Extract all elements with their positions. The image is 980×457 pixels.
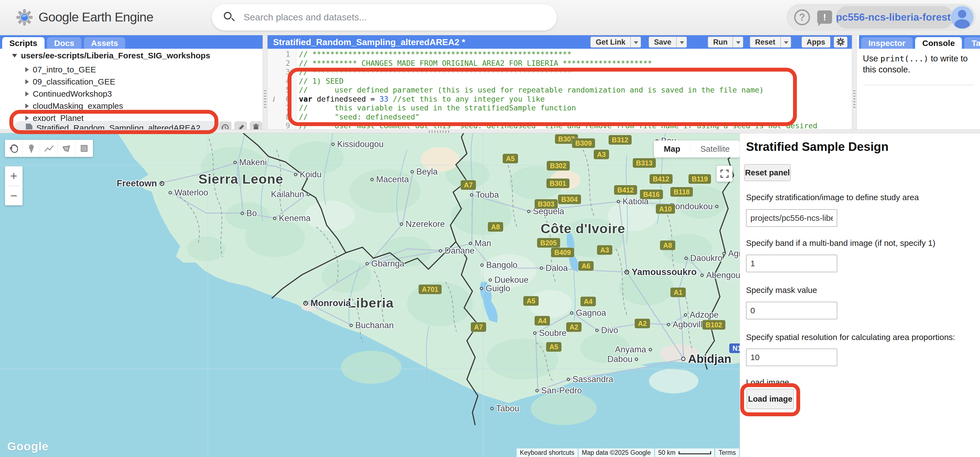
stratification-label: Specify stratification/image to define s…: [746, 193, 919, 202]
run-button[interactable]: Run: [708, 37, 732, 48]
code-editor[interactable]: 1// ************************************…: [267, 49, 852, 129]
edit-icon[interactable]: [234, 121, 247, 129]
splitter-horizontal[interactable]: [0, 129, 980, 133]
history-icon[interactable]: [219, 121, 232, 129]
tab-tasks[interactable]: Tasks: [964, 37, 980, 49]
tree-folder[interactable]: ContinuedWorkshop3: [25, 88, 112, 100]
tab-scripts[interactable]: Scripts: [2, 37, 45, 49]
tab-inspector[interactable]: Inspector: [861, 37, 913, 49]
gutter-slot: [267, 113, 279, 122]
terms-link[interactable]: Terms: [715, 449, 739, 457]
apps-button[interactable]: Apps: [802, 37, 831, 48]
tree-folder[interactable]: cloudMasking_examples: [25, 100, 123, 112]
reset-dropdown[interactable]: [781, 37, 791, 48]
get-link-button[interactable]: Get Link: [590, 37, 630, 48]
gutter-slot: [267, 50, 279, 59]
tree-folder-label: ContinuedWorkshop3: [33, 89, 112, 99]
selected-script-label: Stratified_Random_Sampling_alteredAREA2: [36, 123, 200, 129]
tree-folder[interactable]: 09_classification_GEE: [25, 76, 115, 88]
avatar[interactable]: [951, 6, 974, 29]
chevron-right-icon[interactable]: [25, 104, 29, 109]
code-text: // ********** CHANGES MADE FROM ORIGINAL…: [293, 59, 652, 68]
chevron-right-icon[interactable]: [25, 79, 29, 84]
code-text: // this variable is used in the stratifi…: [293, 104, 576, 113]
reset-button[interactable]: Reset: [750, 37, 781, 48]
account-name[interactable]: pc556-ncs-liberia-forest-mang: [836, 6, 954, 29]
splitter-left[interactable]: [262, 35, 267, 129]
map-button[interactable]: Map: [654, 141, 690, 157]
band-input[interactable]: [746, 255, 837, 272]
get-link-dropdown[interactable]: [630, 37, 641, 48]
satellite-button[interactable]: Satellite: [690, 141, 740, 157]
map-data-attribution: Map data ©2025 Google: [579, 449, 654, 457]
point-marker-icon[interactable]: [22, 140, 40, 157]
rectangle-icon[interactable]: [75, 140, 93, 157]
editor-toolbar: Stratified_Random_Sampling_alteredAREA2 …: [267, 35, 852, 49]
save-dropdown[interactable]: [676, 37, 687, 48]
tree-folder[interactable]: 07_intro_to_GEE: [25, 64, 96, 76]
line-number: 1: [279, 50, 293, 59]
search-bar[interactable]: Search places and datasets...: [212, 4, 557, 30]
chevron-right-icon[interactable]: [25, 91, 29, 96]
line-number: 8: [279, 113, 293, 122]
tab-docs[interactable]: Docs: [47, 37, 81, 49]
delete-icon[interactable]: [250, 121, 262, 129]
gutter-slot: [267, 86, 279, 95]
reset-panel-button[interactable]: Reset panel: [744, 164, 791, 181]
search-placeholder: Search places and datasets...: [243, 12, 367, 22]
zoom-out-button[interactable]: −: [5, 186, 22, 205]
load-image-button[interactable]: Load image: [746, 389, 794, 409]
tab-assets[interactable]: Assets: [84, 37, 125, 49]
keyboard-shortcuts-link[interactable]: Keyboard shortcuts: [517, 449, 578, 457]
code-text: // *************************************…: [293, 50, 572, 59]
run-dropdown[interactable]: [733, 37, 743, 48]
code-line: 2// ********** CHANGES MADE FROM ORIGINA…: [267, 59, 852, 68]
tree-root-folder[interactable]: users/ee-scripts/Liberia_Forest_SIG_work…: [12, 51, 210, 60]
save-button[interactable]: Save: [649, 37, 676, 48]
tab-console[interactable]: Console: [915, 37, 962, 49]
load-image-label: Load image: [746, 378, 789, 387]
zoom-in-button[interactable]: +: [5, 166, 22, 185]
splitter-right[interactable]: [852, 35, 857, 129]
code-line: 7// this variable is used in the stratif…: [267, 104, 852, 113]
chevron-down-icon[interactable]: [12, 54, 17, 58]
line-number: 6: [279, 95, 293, 104]
code-text: var definedseed = 33 //set this to any i…: [293, 95, 545, 104]
stratified-sample-design-panel: Stratified Sample Design Reset panel Spe…: [740, 133, 980, 457]
code-text: // 1) SEED: [293, 77, 344, 86]
tree-folder-label: 09_classification_GEE: [33, 77, 115, 86]
gutter-slot: [267, 68, 279, 77]
polygon-icon[interactable]: [58, 140, 75, 157]
mask-input[interactable]: [746, 302, 837, 320]
scale-bar-line: [679, 451, 711, 454]
help-icon[interactable]: ?: [794, 10, 810, 26]
line-number: 7: [279, 104, 293, 113]
map-type-toggle: Map Satellite: [654, 141, 740, 157]
resolution-label: Specify spatial resolution for calculati…: [746, 332, 955, 342]
info-icon[interactable]: i: [267, 95, 279, 104]
chevron-right-icon[interactable]: [25, 67, 29, 72]
gutter-slot: [267, 77, 279, 86]
fullscreen-icon[interactable]: [717, 166, 732, 182]
code-line: 3// ************************************…: [267, 68, 852, 77]
band-label: Specify band if a multi-band image (if n…: [746, 238, 935, 248]
panel-title: Stratified Sample Design: [746, 140, 888, 153]
pan-tool-button[interactable]: [5, 140, 22, 157]
line-number: 2: [279, 59, 293, 68]
chevron-right-icon[interactable]: [25, 116, 29, 121]
gutter-slot: [267, 59, 279, 68]
map-canvas[interactable]: Sierra LeoneLiberiaCôte d'IvoireMakeniKo…: [0, 133, 740, 457]
feedback-icon[interactable]: !: [817, 10, 832, 24]
settings-button[interactable]: [834, 37, 848, 48]
polyline-icon[interactable]: [40, 140, 58, 157]
geometry-toolbar: [5, 140, 93, 157]
google-watermark: Google: [7, 440, 49, 453]
console-help-text: Use print(...) to write to this console.: [863, 53, 975, 75]
code-text: // user defined parameter (this is used …: [293, 86, 764, 95]
code-line: 5// user defined parameter (this is used…: [267, 86, 852, 95]
resolution-input[interactable]: [746, 348, 837, 366]
code-text: // *************************************…: [293, 68, 572, 77]
console-divider: [863, 85, 974, 85]
stratification-input[interactable]: [746, 209, 837, 227]
tree-item-selected-script[interactable]: Stratified_Random_Sampling_alteredAREA2: [14, 121, 221, 129]
